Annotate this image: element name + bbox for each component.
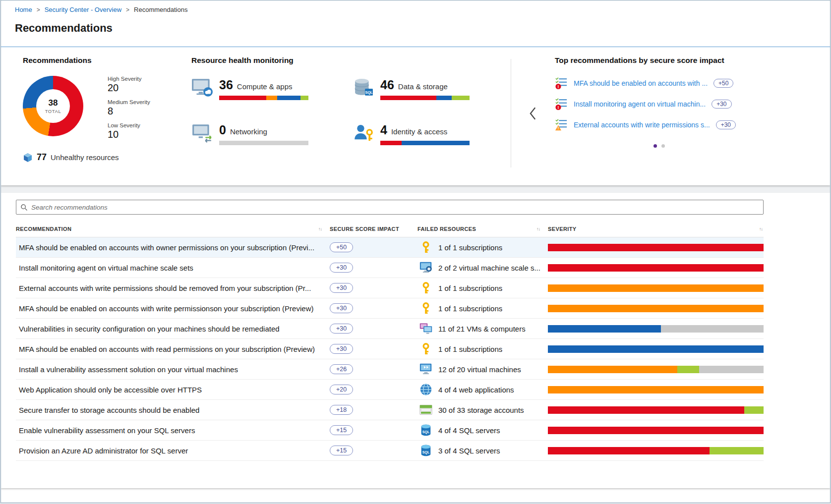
- bar-segment: [219, 96, 266, 100]
- failed-resources-text: 4 of 4 SQL servers: [438, 426, 500, 435]
- severity-bar: [548, 386, 764, 393]
- table-row[interactable]: MFA should be enabled on accounts with o…: [16, 237, 764, 258]
- bar-segment: [548, 366, 677, 373]
- top-recommendation-item[interactable]: ! MFA should be enabled on accounts with…: [555, 77, 816, 90]
- identity-access-icon: [353, 123, 374, 143]
- bar-segment: [548, 264, 764, 272]
- resource-health-grid: 36 Compute & apps SQL 46 Data & storag: [191, 78, 511, 145]
- bar-segment: [548, 244, 764, 251]
- column-header[interactable]: RECOMMENDATION: [16, 226, 330, 232]
- bar-segment: [548, 305, 764, 312]
- breadcrumb-item[interactable]: Security Center - Overview: [45, 6, 134, 13]
- column-label: FAILED RESOURCES: [417, 226, 476, 232]
- health-bar: [219, 141, 308, 145]
- bar-segment: [548, 325, 661, 333]
- score-pill: +15: [330, 425, 353, 435]
- table-row[interactable]: Vulnerabilities in security configuratio…: [16, 319, 764, 339]
- bar-segment: [380, 141, 402, 145]
- severity-cell: [548, 366, 764, 373]
- score-cell: +50: [330, 242, 417, 252]
- recommendation-cell: MFA should be enabled on accounts with o…: [16, 243, 330, 252]
- legend-item: Low Severity 10: [100, 122, 150, 141]
- severity-bar: [548, 284, 764, 292]
- sort-icon[interactable]: [536, 226, 540, 231]
- table-row[interactable]: MFA should be enabled on accounts with r…: [16, 339, 764, 359]
- column-header[interactable]: FAILED RESOURCES: [417, 226, 548, 232]
- recommendation-link[interactable]: MFA should be enabled on accounts with .…: [574, 79, 708, 87]
- panel-gap: [1, 185, 830, 193]
- recommendation-cell: MFA should be enabled on accounts with r…: [16, 345, 330, 353]
- carousel-dot-active[interactable]: [653, 144, 657, 148]
- resource-label: Networking: [230, 127, 267, 136]
- failed-resources-cell: 4 of 4 web applications: [417, 383, 548, 396]
- chevron-left-icon[interactable]: [529, 107, 536, 120]
- failed-resources-text: 12 of 20 virtual machines: [438, 365, 521, 374]
- computers-icon: [419, 322, 432, 335]
- severity-cell: [548, 386, 764, 393]
- legend-label: Medium Severity: [108, 99, 150, 105]
- severity-donut: 38 TOTAL: [23, 76, 83, 136]
- table-header: RECOMMENDATION SECURE SCORE IMPACT FAILE…: [16, 221, 764, 237]
- search-input[interactable]: [31, 204, 759, 211]
- resource-label: Identity & access: [391, 127, 447, 136]
- carousel-dot[interactable]: [661, 144, 665, 148]
- table-row[interactable]: Install monitoring agent on virtual mach…: [16, 258, 764, 278]
- resource-health-item[interactable]: 4 Identity & access: [353, 123, 514, 145]
- sql-icon: SQL: [419, 424, 432, 437]
- legend-value: 20: [108, 82, 141, 94]
- health-bar: [380, 96, 470, 100]
- bar-segment: [300, 96, 308, 100]
- severity-cell: [548, 244, 764, 251]
- score-pill: +30: [330, 344, 353, 354]
- recommendation-link[interactable]: Install monitoring agent on virtual mach…: [574, 100, 706, 108]
- unhealthy-resources: 77 Unhealthy resources: [23, 152, 189, 163]
- title-bar: Recommendations: [1, 19, 830, 47]
- column-header[interactable]: SEVERITY: [548, 226, 764, 232]
- sort-icon[interactable]: [318, 226, 322, 231]
- recommendations-summary: Recommendations 38 TOTAL High Severity: [15, 56, 189, 185]
- table-row[interactable]: Secure transfer to storage accounts shou…: [16, 400, 764, 420]
- health-bar: [219, 96, 308, 100]
- score-pill: +30: [330, 263, 353, 273]
- failed-resources-cell: 11 of 21 VMs & computers: [417, 322, 548, 335]
- failed-resources-cell: SQL 4 of 4 SQL servers: [417, 424, 548, 437]
- key-icon: [419, 281, 432, 294]
- score-cell: +20: [330, 385, 417, 394]
- recommendation-link[interactable]: External accounts with write permissions…: [574, 121, 710, 129]
- top-recommendation-item[interactable]: ! Install monitoring agent on virtual ma…: [555, 98, 816, 111]
- legend-value: 10: [108, 129, 140, 140]
- resource-health-item[interactable]: 0 Networking: [191, 123, 353, 145]
- score-cell: +30: [330, 263, 417, 273]
- column-header[interactable]: SECURE SCORE IMPACT: [330, 226, 417, 232]
- bar-segment: [452, 96, 470, 100]
- search-box[interactable]: [16, 200, 764, 215]
- severity-cell: [548, 447, 764, 454]
- page-title: Recommendations: [15, 22, 816, 35]
- score-pill: +18: [330, 405, 353, 415]
- resource-label: Compute & apps: [237, 82, 293, 91]
- table-row[interactable]: Provision an Azure AD administrator for …: [16, 441, 764, 461]
- score-cell: +18: [330, 405, 417, 415]
- table-row[interactable]: Web Application should only be accessibl…: [16, 380, 764, 400]
- bar-segment: [677, 366, 699, 373]
- resource-health-monitoring: Resource health monitoring 36 Compute & …: [189, 56, 511, 185]
- resource-health-item[interactable]: 36 Compute & apps: [191, 78, 353, 100]
- bar-segment: [277, 96, 300, 100]
- top-recommendation-item[interactable]: ! External accounts with write permissio…: [555, 118, 816, 131]
- resource-count: 46: [380, 78, 394, 92]
- svg-text:SQL: SQL: [365, 90, 373, 95]
- unhealthy-label: Unhealthy resources: [51, 153, 119, 162]
- table-row[interactable]: External accounts with write permissions…: [16, 278, 764, 298]
- legend-color-chip: [100, 99, 103, 118]
- table-row[interactable]: Enable vulnerability assessment on your …: [16, 420, 764, 441]
- sort-icon[interactable]: [759, 226, 763, 231]
- table-row[interactable]: Install a vulnerability assessment solut…: [16, 359, 764, 380]
- severity-bar: [548, 427, 764, 434]
- breadcrumb-item[interactable]: Recommendations: [134, 6, 187, 13]
- resource-health-item[interactable]: SQL 46 Data & storage: [353, 78, 514, 100]
- failed-resources-cell: 30 of 33 storage accounts: [417, 403, 548, 416]
- breadcrumb-item[interactable]: Home: [15, 6, 45, 13]
- top-recommendations-title: Top recommendations by secure score impa…: [555, 56, 816, 65]
- table-row[interactable]: MFA should be enabled on accounts with w…: [16, 298, 764, 319]
- unhealthy-count: 77: [37, 152, 47, 163]
